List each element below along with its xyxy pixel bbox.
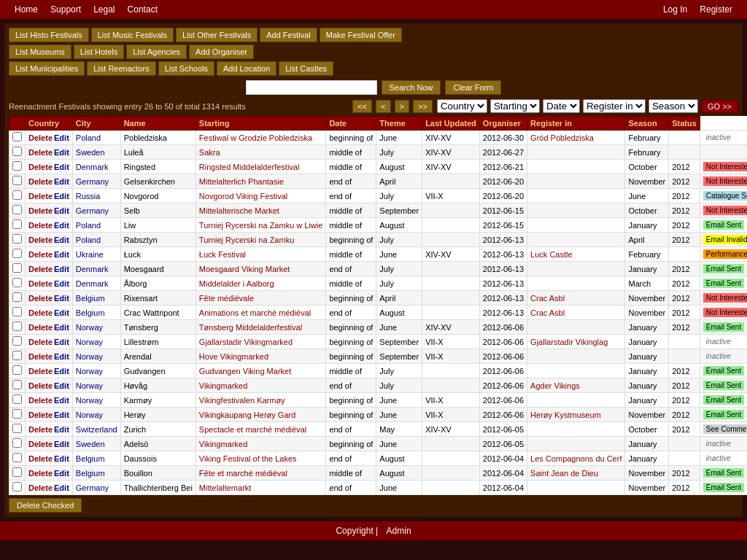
- festival-name-link[interactable]: Tønsberg Middelalderfestival: [199, 323, 302, 332]
- organiser-link[interactable]: Luck Castle: [530, 250, 572, 259]
- edit-link[interactable]: Edit: [54, 338, 69, 346]
- row-checkbox[interactable]: [12, 394, 22, 404]
- festival-name-link[interactable]: Mittelalterlich Phantasie: [199, 177, 284, 186]
- nav-prev[interactable]: <: [376, 100, 390, 113]
- btn-list-music-festivals[interactable]: List Music Festivals: [91, 28, 174, 42]
- nav-legal[interactable]: Legal: [93, 4, 115, 15]
- festival-name-link[interactable]: Mittelaltemarkt: [199, 483, 252, 492]
- btn-list-reenactors[interactable]: List Reenactors: [87, 61, 155, 76]
- nav-contact[interactable]: Contact: [128, 4, 158, 15]
- row-checkbox[interactable]: [12, 424, 22, 433]
- delete-link[interactable]: Delete: [28, 236, 53, 244]
- search-now-button[interactable]: Search Now: [382, 80, 441, 95]
- organiser-link[interactable]: Crac Asbl: [530, 294, 565, 303]
- row-checkbox[interactable]: [12, 278, 22, 287]
- edit-link[interactable]: Edit: [54, 265, 69, 273]
- delete-link[interactable]: Delete: [28, 440, 53, 448]
- organiser-link[interactable]: Crac Asbl: [530, 308, 565, 317]
- edit-link[interactable]: Edit: [54, 381, 69, 390]
- edit-link[interactable]: Edit: [54, 221, 69, 230]
- row-checkbox[interactable]: [12, 307, 22, 316]
- row-checkbox[interactable]: [12, 351, 22, 360]
- nav-last[interactable]: >>: [413, 100, 433, 113]
- btn-make-festival-offer[interactable]: Make Festival Offer: [320, 28, 402, 42]
- edit-link[interactable]: Edit: [54, 323, 69, 332]
- row-checkbox[interactable]: [12, 453, 22, 462]
- row-checkbox[interactable]: [12, 467, 22, 477]
- festival-name-link[interactable]: Middelalder i Aalborg: [199, 279, 274, 288]
- festival-name-link[interactable]: Ringsted Middelalderfestival: [199, 163, 300, 171]
- delete-link[interactable]: Delete: [28, 454, 53, 463]
- edit-link[interactable]: Edit: [54, 177, 69, 186]
- search-input[interactable]: [246, 80, 377, 95]
- filter-register-in[interactable]: Register in: [583, 99, 646, 113]
- delete-checked-button[interactable]: Delete Checked: [9, 498, 82, 513]
- delete-link[interactable]: Delete: [28, 396, 53, 405]
- festival-name-link[interactable]: Spectacle et marché médiéval: [199, 425, 306, 434]
- row-checkbox[interactable]: [12, 438, 22, 448]
- row-checkbox[interactable]: [12, 322, 22, 331]
- row-checkbox[interactable]: [12, 161, 22, 171]
- edit-link[interactable]: Edit: [54, 483, 69, 492]
- filter-country[interactable]: Country: [437, 99, 487, 113]
- delete-link[interactable]: Delete: [28, 425, 53, 434]
- delete-link[interactable]: Delete: [28, 308, 53, 317]
- nav-home[interactable]: Home: [15, 4, 38, 15]
- row-checkbox[interactable]: [12, 409, 22, 419]
- btn-list-agencies[interactable]: List Agencies: [126, 44, 187, 59]
- festival-name-link[interactable]: Festiwal w Grodzie Pobledziska: [199, 133, 312, 142]
- delete-link[interactable]: Delete: [28, 381, 53, 390]
- nav-register[interactable]: Register: [700, 4, 732, 15]
- btn-list-other-festivals[interactable]: List Other Festivals: [176, 28, 258, 42]
- festival-name-link[interactable]: Moesgaard Viking Market: [199, 265, 290, 273]
- clear-form-button[interactable]: Clear Form: [445, 80, 501, 95]
- btn-list-schools[interactable]: List Schools: [158, 61, 214, 76]
- delete-link[interactable]: Delete: [28, 206, 53, 215]
- nav-first[interactable]: <<: [352, 100, 372, 113]
- btn-list-histo-festivals[interactable]: List Histo Festivals: [9, 28, 89, 42]
- btn-list-museums[interactable]: List Museums: [9, 44, 71, 59]
- footer-admin-link[interactable]: Admin: [387, 526, 411, 536]
- delete-link[interactable]: Delete: [28, 469, 53, 478]
- btn-add-festival[interactable]: Add Festival: [260, 28, 317, 42]
- edit-link[interactable]: Edit: [54, 454, 69, 463]
- organiser-link[interactable]: Gjallarstadir Vikinglag: [530, 338, 608, 346]
- festival-name-link[interactable]: Mittelalterische Market: [199, 206, 279, 215]
- festival-name-link[interactable]: Viking Festival of the Lakes: [199, 454, 297, 463]
- edit-link[interactable]: Edit: [54, 206, 69, 215]
- row-checkbox[interactable]: [12, 365, 22, 375]
- festival-name-link[interactable]: Gjallarstadir Vikingmarked: [199, 338, 293, 346]
- delete-link[interactable]: Delete: [28, 411, 53, 419]
- edit-link[interactable]: Edit: [54, 163, 69, 171]
- btn-list-hotels[interactable]: List Hotels: [74, 44, 124, 59]
- delete-link[interactable]: Delete: [28, 352, 53, 361]
- edit-link[interactable]: Edit: [54, 294, 69, 303]
- edit-link[interactable]: Edit: [54, 308, 69, 317]
- festival-name-link[interactable]: Turniej Rycerski na Zamku: [199, 236, 294, 244]
- edit-link[interactable]: Edit: [54, 396, 69, 405]
- row-checkbox[interactable]: [12, 176, 22, 185]
- btn-list-castles[interactable]: List Castles: [279, 61, 333, 76]
- delete-link[interactable]: Delete: [28, 367, 53, 376]
- row-checkbox[interactable]: [12, 132, 22, 141]
- delete-link[interactable]: Delete: [28, 163, 53, 171]
- btn-add-organiser[interactable]: Add Organiser: [189, 44, 254, 59]
- festival-name-link[interactable]: Fête médiévale: [199, 294, 254, 303]
- nav-support[interactable]: Support: [50, 4, 81, 15]
- festival-name-link[interactable]: Gudvangen Viking Market: [199, 367, 291, 376]
- go-button[interactable]: GO >>: [701, 100, 738, 113]
- delete-link[interactable]: Delete: [28, 221, 53, 230]
- row-checkbox[interactable]: [12, 190, 22, 200]
- nav-login[interactable]: Log In: [663, 4, 687, 15]
- filter-date[interactable]: Date: [543, 99, 580, 113]
- btn-list-municipalities[interactable]: List Municipalities: [9, 61, 85, 76]
- row-checkbox[interactable]: [12, 147, 22, 156]
- edit-link[interactable]: Edit: [54, 469, 69, 478]
- festival-name-link[interactable]: Vikingmarked: [199, 440, 247, 448]
- edit-link[interactable]: Edit: [54, 192, 69, 201]
- delete-link[interactable]: Delete: [28, 483, 53, 492]
- delete-link[interactable]: Delete: [28, 133, 53, 142]
- btn-add-location[interactable]: Add Location: [217, 61, 276, 76]
- festival-name-link[interactable]: Vikingfestivalen Karmøy: [199, 396, 285, 405]
- delete-link[interactable]: Delete: [28, 294, 53, 303]
